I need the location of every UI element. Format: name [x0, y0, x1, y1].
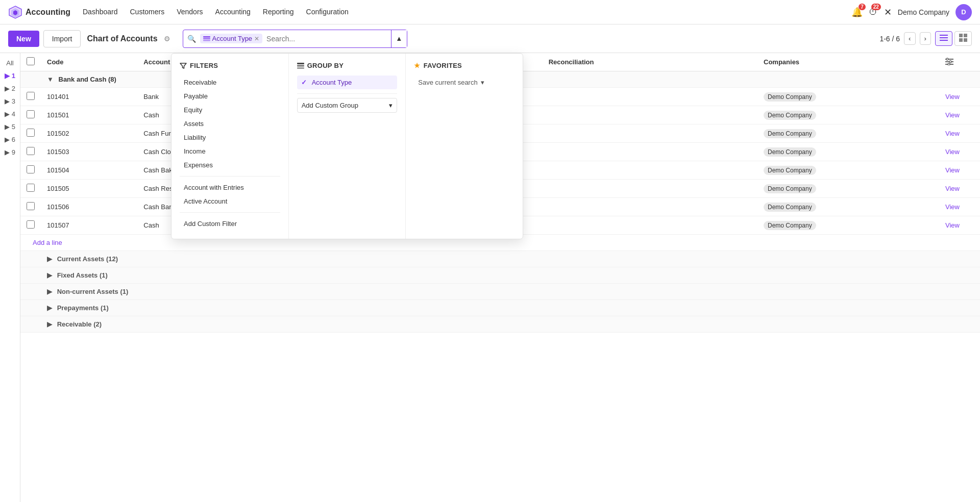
add-custom-filter-button[interactable]: Add Custom Filter [180, 217, 280, 231]
row-company: Demo Company [757, 124, 939, 143]
user-avatar[interactable]: D [955, 4, 972, 20]
row-company: Demo Company [757, 161, 939, 180]
add-custom-group-button[interactable]: Add Custom Group ▾ [297, 98, 398, 113]
col-reconciliation[interactable]: Reconciliation [543, 53, 757, 71]
app-logo-icon [8, 5, 22, 19]
group-by-layers-icon [297, 62, 304, 69]
nav-reporting[interactable]: Reporting [257, 0, 300, 24]
filter-account-with-entries[interactable]: Account with Entries [180, 181, 280, 194]
nav-dashboard[interactable]: Dashboard [77, 0, 124, 24]
filter-receivable[interactable]: Receivable [180, 76, 280, 89]
sidebar-group-1[interactable]: ▶ 1 [0, 70, 20, 82]
row-view-link[interactable]: View [945, 221, 960, 229]
row-code: 101501 [41, 106, 137, 124]
check-icon: ✓ [301, 79, 307, 86]
group-non-current-assets[interactable]: ▶ Non-current Assets (1) [20, 284, 980, 300]
row-checkbox[interactable] [27, 147, 35, 155]
sidebar-group-5[interactable]: ▶ 5 [0, 121, 20, 133]
group-label: Prepayments (1) [57, 304, 109, 312]
row-checkbox[interactable] [27, 110, 35, 118]
group-by-account-type[interactable]: ✓ Account Type [297, 76, 398, 89]
updates-button[interactable]: ⏱ 22 [869, 7, 878, 17]
row-company: Demo Company [757, 198, 939, 216]
row-checkbox[interactable] [27, 202, 35, 210]
next-page-button[interactable]: › [920, 32, 931, 45]
topnav-menu: Dashboard Customers Vendors Accounting R… [77, 0, 355, 24]
filter-equity[interactable]: Equity [180, 103, 280, 117]
group-fixed-assets[interactable]: ▶ Fixed Assets (1) [20, 267, 980, 284]
row-checkbox[interactable] [27, 184, 35, 192]
row-reconciliation [543, 161, 757, 180]
group-current-assets[interactable]: ▶ Current Assets (12) [20, 251, 980, 267]
list-view-button[interactable] [935, 31, 952, 46]
svg-rect-11 [959, 38, 963, 42]
filter-liability[interactable]: Liability [180, 131, 280, 144]
company-name[interactable]: Demo Company [898, 8, 949, 16]
svg-point-18 [948, 63, 950, 65]
filter-income[interactable]: Income [180, 144, 280, 158]
search-dropdown-button[interactable]: ▲ [391, 30, 406, 47]
group-receivable[interactable]: ▶ Receivable (2) [20, 316, 980, 333]
row-view-link[interactable]: View [945, 203, 960, 211]
add-line-button[interactable]: Add a line [27, 235, 68, 250]
kanban-view-icon [959, 34, 967, 42]
group-prepayments[interactable]: ▶ Prepayments (1) [20, 300, 980, 316]
tools-icon[interactable]: ✕ [884, 7, 892, 18]
group-by-divider [297, 93, 398, 94]
notifications-button[interactable]: 🔔 7 [851, 7, 863, 18]
search-tag-close-icon[interactable]: ✕ [254, 35, 259, 42]
group-label: Current Assets (12) [57, 255, 118, 263]
settings-icon[interactable]: ⚙ [164, 35, 170, 43]
nav-configuration[interactable]: Configuration [300, 0, 355, 24]
updates-count: 22 [871, 4, 881, 10]
sidebar-group-3[interactable]: ▶ 3 [0, 95, 20, 107]
row-checkbox[interactable] [27, 92, 35, 100]
col-actions [939, 53, 980, 71]
search-input[interactable] [262, 35, 391, 43]
sidebar-group-4[interactable]: ▶ 4 [0, 108, 20, 120]
new-button[interactable]: New [8, 31, 39, 47]
nav-customers[interactable]: Customers [124, 0, 171, 24]
search-icon: 🔍 [183, 35, 200, 43]
filter-payable[interactable]: Payable [180, 89, 280, 103]
sidebar-group-2[interactable]: ▶ 2 [0, 83, 20, 94]
row-view-link[interactable]: View [945, 185, 960, 192]
save-current-search-button[interactable]: Save current search ▾ [414, 76, 514, 89]
row-checkbox[interactable] [27, 165, 35, 173]
row-view-link[interactable]: View [945, 130, 960, 137]
svg-rect-4 [203, 38, 210, 39]
svg-rect-5 [203, 40, 210, 41]
svg-rect-21 [297, 67, 304, 69]
filter-expenses[interactable]: Expenses [180, 158, 280, 172]
kanban-view-button[interactable] [954, 31, 972, 46]
svg-rect-7 [940, 37, 948, 38]
nav-accounting[interactable]: Accounting [209, 0, 257, 24]
row-view-link[interactable]: View [945, 111, 960, 119]
prev-page-button[interactable]: ‹ [904, 32, 915, 45]
svg-point-16 [946, 58, 948, 60]
sidebar-group-9[interactable]: ▶ 9 [0, 146, 20, 158]
topnav: Accounting Dashboard Customers Vendors A… [0, 0, 980, 24]
group-label: Receivable (2) [57, 320, 102, 328]
col-companies[interactable]: Companies [757, 53, 939, 71]
columns-settings-icon[interactable] [945, 57, 953, 65]
row-view-link[interactable]: View [945, 148, 960, 156]
row-checkbox[interactable] [27, 220, 35, 229]
filter-assets[interactable]: Assets [180, 117, 280, 131]
select-all-checkbox[interactable] [27, 57, 35, 65]
col-code[interactable]: Code [41, 53, 137, 71]
row-view-link[interactable]: View [945, 166, 960, 174]
filter-active-account[interactable]: Active Account [180, 194, 280, 208]
svg-rect-6 [940, 35, 948, 36]
row-view-link[interactable]: View [945, 93, 960, 101]
sidebar-group-6[interactable]: ▶ 6 [0, 134, 20, 145]
import-button[interactable]: Import [43, 30, 81, 47]
list-view-icon [940, 34, 948, 42]
row-reconciliation [543, 106, 757, 124]
row-checkbox[interactable] [27, 129, 35, 137]
sidebar-group-all[interactable]: All [0, 57, 20, 69]
svg-rect-20 [297, 65, 304, 66]
row-code: 101505 [41, 180, 137, 198]
nav-vendors[interactable]: Vendors [170, 0, 209, 24]
app-logo[interactable]: Accounting [8, 5, 70, 19]
